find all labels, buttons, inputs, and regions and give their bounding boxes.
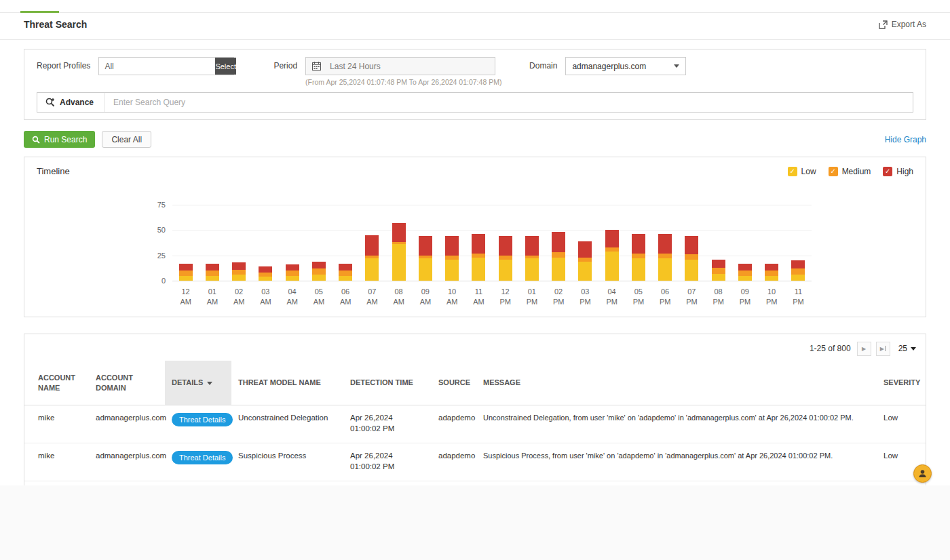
results-panel: 1-25 of 800 ▶ ▶ 25 ACCOUNT NAME ACCOUNT … (24, 334, 926, 485)
chevron-down-icon (668, 58, 685, 75)
stacked-bar[interactable] (365, 235, 379, 281)
legend-label: Medium (842, 167, 871, 176)
bar-segment-medium (738, 271, 752, 276)
cell-account-domain: admanagerplus.com (89, 405, 165, 443)
hide-graph-link[interactable]: Hide Graph (885, 135, 926, 144)
bar-segment-low (472, 258, 485, 281)
bar-segment-low (312, 275, 326, 281)
bar-segment-low (286, 276, 299, 281)
clear-all-button[interactable]: Clear All (102, 131, 151, 148)
chart-slot: 08PM (705, 193, 732, 307)
threat-details-button[interactable]: Threat Details (172, 451, 233, 464)
stacked-bar[interactable] (445, 236, 459, 281)
stacked-bar[interactable] (552, 232, 565, 281)
last-page-icon: ▶ (880, 346, 884, 352)
cell-account-name: mike (24, 481, 89, 485)
stacked-bar[interactable] (738, 264, 752, 281)
x-axis-label: 06AM (340, 287, 352, 307)
x-axis-label: 07PM (686, 287, 698, 307)
x-axis-label: 05PM (633, 287, 645, 307)
stacked-bar[interactable] (791, 260, 805, 281)
sort-down-icon (207, 382, 212, 385)
x-axis-label: 10AM (446, 287, 458, 307)
bar-segment-high (685, 236, 698, 254)
bar-segment-high (738, 264, 752, 271)
support-bot-button[interactable] (913, 464, 932, 483)
stacked-bar[interactable] (525, 236, 539, 281)
timeline-header: Timeline ✓Low✓Medium✓High (37, 166, 913, 176)
stacked-bar[interactable] (232, 262, 246, 281)
period-value: Last 24 Hours (327, 62, 381, 71)
legend-item-medium[interactable]: ✓Medium (829, 167, 871, 176)
stacked-bar[interactable] (339, 264, 352, 281)
last-page-button[interactable]: ▶ (876, 342, 890, 356)
advance-search-button[interactable]: Advance (37, 93, 105, 112)
domain-label: Domain (529, 57, 557, 75)
col-threat-model-name: THREAT MODEL NAME (231, 361, 343, 405)
report-profiles-field[interactable]: Select (98, 57, 234, 75)
col-details[interactable]: DETAILS (165, 361, 231, 405)
stacked-bar[interactable] (605, 230, 619, 281)
stacked-bar[interactable] (765, 264, 778, 281)
x-axis-label: 08PM (712, 287, 724, 307)
bar-segment-high (179, 264, 193, 271)
stacked-bar[interactable] (472, 234, 485, 281)
stacked-bar[interactable] (578, 241, 592, 281)
stacked-bar[interactable] (259, 266, 272, 281)
stacked-bar[interactable] (419, 236, 432, 281)
stacked-bar[interactable] (658, 234, 672, 281)
bar-segment-low (499, 260, 512, 281)
x-axis-label: 03AM (260, 287, 271, 307)
bar-segment-low (419, 258, 432, 281)
x-axis-label: 05AM (314, 287, 325, 307)
bar-area (445, 193, 459, 281)
y-axis-label: 50 (145, 226, 166, 234)
legend-item-low[interactable]: ✓Low (788, 167, 816, 176)
bar-area (765, 193, 778, 281)
x-axis-label: 08AM (393, 287, 404, 307)
report-profiles-input[interactable] (99, 58, 215, 75)
threat-details-button[interactable]: Threat Details (172, 413, 233, 426)
stacked-bar[interactable] (499, 236, 512, 281)
page-title: Threat Search (24, 19, 87, 30)
chart-slot: 01PM (518, 193, 545, 307)
y-axis-label: 25 (145, 252, 166, 260)
bar-segment-medium (339, 271, 352, 276)
export-as-button[interactable]: Export As (879, 20, 926, 29)
search-query-input[interactable] (105, 93, 913, 112)
bar-segment-low (578, 262, 592, 281)
stacked-bar[interactable] (286, 264, 299, 281)
page-header: Threat Search Export As (0, 0, 950, 40)
advanced-search-bar: Advance (37, 92, 913, 113)
stacked-bar[interactable] (392, 223, 406, 281)
stacked-bar[interactable] (179, 264, 193, 281)
timeline-panel: Timeline ✓Low✓Medium✓High 12AM01AM02AM03… (24, 157, 926, 317)
domain-select[interactable]: admanagerplus.com (565, 57, 686, 75)
select-button[interactable]: Select (215, 58, 236, 75)
run-search-button[interactable]: Run Search (24, 131, 95, 148)
legend-checkbox-low-icon[interactable]: ✓ (788, 167, 797, 176)
bar-segment-low (232, 275, 246, 281)
bar-area (632, 193, 645, 281)
cell-detection-time: Apr 26,2024 01:00:02 PM (343, 443, 432, 481)
page-size-caret-icon (911, 347, 916, 351)
bar-area (206, 193, 219, 281)
stacked-bar[interactable] (712, 260, 725, 281)
bar-area (419, 193, 432, 281)
page-size-dropdown[interactable]: 25 (898, 344, 916, 353)
legend-item-high[interactable]: ✓High (883, 167, 913, 176)
stacked-bar[interactable] (632, 234, 645, 281)
legend-checkbox-medium-icon[interactable]: ✓ (829, 167, 838, 176)
chart-slot: 07PM (679, 193, 705, 307)
bar-segment-high (445, 236, 459, 256)
report-profiles-label: Report Profiles (37, 57, 90, 75)
stacked-bar[interactable] (206, 264, 219, 281)
cell-details: Threat Details (165, 443, 231, 481)
stacked-bar[interactable] (685, 236, 698, 281)
next-page-button[interactable]: ▶ (857, 342, 871, 356)
legend-checkbox-high-icon[interactable]: ✓ (883, 167, 892, 176)
table-row: mike admanagerplus.com Threat Details Un… (24, 405, 926, 443)
stacked-bar[interactable] (312, 262, 326, 281)
period-field[interactable]: Last 24 Hours (305, 57, 495, 75)
cell-message: Suspicious Process, from user 'mike' on … (476, 443, 877, 481)
